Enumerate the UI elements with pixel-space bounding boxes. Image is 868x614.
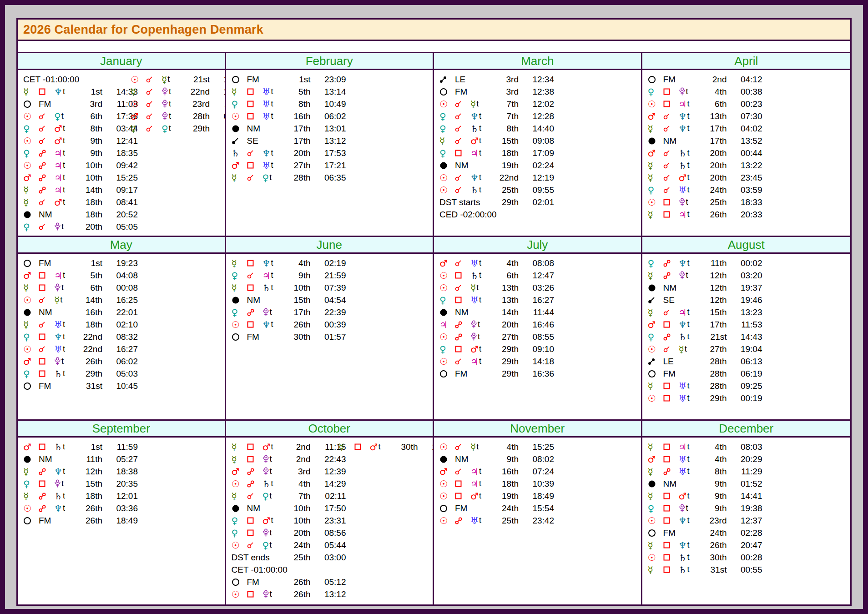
title-bar: 2026 Calendar for Copenhagen Denmark (18, 20, 850, 41)
pluto-icon (262, 308, 269, 317)
mercury-icon: ☿ (648, 541, 653, 550)
event-time: 15:25 (519, 442, 554, 452)
planet1-cell: ♀ (23, 369, 39, 378)
event-time: 12:19 (519, 173, 554, 183)
transit-flag: t (685, 344, 687, 354)
aspect-cell (663, 542, 679, 549)
event-time: 20:29 (727, 454, 762, 464)
aspect-event-row: ☉♀t24th05:44 (232, 539, 433, 551)
event-date: 9th (700, 479, 727, 489)
conj-icon (247, 272, 254, 279)
conj-icon (146, 76, 153, 83)
planet1-cell: ♀ (648, 332, 663, 342)
event-time: 11:29 (210, 99, 226, 109)
event-date: 9th (700, 491, 727, 501)
aspect-cell (663, 309, 679, 316)
conj-icon (455, 260, 462, 267)
moon-event-label: FM (39, 381, 75, 391)
event-date: 6th (700, 99, 727, 109)
transit-flag: t (687, 185, 689, 195)
aspect-event-row: ☉♂t9th12:41 (23, 135, 225, 147)
note-row: DST starts29th02:01 (439, 196, 641, 208)
aspect-cell (663, 517, 679, 524)
transit-flag: t (478, 320, 480, 329)
mercury-icon: ☿ (470, 443, 476, 452)
conj-icon (247, 493, 254, 499)
planet2-cell: ♂t (54, 124, 75, 133)
transit-flag: t (687, 161, 689, 170)
planet2-cell: ♂t (679, 491, 700, 501)
note-label: DST ends (232, 553, 283, 563)
moon-icon-cell (439, 88, 455, 96)
opp-icon (39, 505, 46, 512)
planet1-cell: ☉ (439, 516, 455, 525)
aspect-cell (455, 174, 470, 181)
planet2-cell: ♆t (262, 148, 283, 158)
planet2-cell: ♀t (54, 111, 75, 121)
aspect-event-row: ♂t3rd12:39 (232, 465, 433, 478)
planet2-cell: t (161, 99, 182, 109)
aspect-event-row: ☿♀t28th06:35 (232, 171, 433, 184)
aspect-event-row: ♂♃t16th07:24 (439, 465, 641, 478)
planet1-cell: ☿ (648, 210, 663, 219)
transit-flag: t (63, 332, 65, 342)
event-time: 16:46 (519, 320, 554, 330)
sun-icon: ☉ (439, 100, 448, 109)
event-date: 9th (700, 503, 727, 513)
conj-icon (39, 321, 45, 328)
aspect-event-row: ♂t26th06:02 (23, 355, 225, 367)
square-icon (247, 284, 254, 291)
square-icon (39, 333, 45, 340)
aspect-event-row: ☿t2nd22:43 (232, 453, 433, 465)
jupiter-icon: ♃ (54, 186, 62, 195)
mercury-icon: ☿ (131, 87, 136, 96)
aspect-cell (39, 297, 54, 303)
planet2-cell: ♅t (679, 467, 700, 476)
mars-icon: ♂ (54, 136, 62, 146)
aspect-cell (455, 443, 470, 450)
event-time: 11:44 (519, 307, 554, 317)
event-date: 26th (283, 577, 311, 587)
event-time: 03:00 (311, 553, 346, 563)
venus-icon: ♀ (232, 308, 238, 317)
event-time: 22:39 (311, 307, 346, 317)
transit-flag: t (271, 283, 273, 292)
aspect-cell (663, 211, 679, 218)
event-date: 27th (491, 332, 519, 342)
conj-icon (663, 150, 670, 156)
aspect-event-row: ☉☿t4th15:25 (439, 441, 641, 453)
event-time: 13:12 (311, 589, 346, 599)
venus-icon: ♀ (23, 479, 30, 488)
moon-event-label: NM (663, 136, 700, 146)
square-icon (247, 456, 254, 463)
event-date: 13th (491, 295, 519, 305)
sun-icon: ☉ (232, 112, 240, 121)
month-panel-march: MarchLE3rd12:34FM3rd12:38☉☿t7th12:02♀♆t7… (434, 53, 642, 237)
planet1-cell: ♄ (232, 149, 247, 158)
aspect-cell (39, 88, 54, 95)
square-icon (455, 150, 462, 156)
planet2-cell: ♅t (470, 516, 491, 525)
aspect-event-row: ♀♃t9th18:35 (23, 147, 225, 159)
conj-icon (455, 101, 462, 107)
aspect-cell (247, 174, 262, 181)
transit-flag: t (686, 197, 688, 207)
mercury-icon: ☿ (648, 308, 653, 317)
mars-icon: ♂ (648, 455, 656, 464)
conj-icon (247, 542, 254, 549)
aspect-cell (247, 529, 262, 536)
aspect-cell (39, 346, 54, 352)
aspect-cell (455, 150, 470, 156)
event-date: 29th (491, 197, 519, 207)
transit-flag: t (687, 258, 689, 268)
planet1-cell: ☉ (131, 75, 146, 84)
planet1-cell: ♀ (232, 528, 247, 538)
transit-flag: t (687, 124, 689, 133)
sun-icon: ☉ (648, 198, 656, 207)
aspect-cell (455, 101, 470, 107)
month-panel-august: August♀♆t11th00:02☿t12th03:20NM12th19:37… (642, 237, 851, 421)
planet2-cell: ♂t (370, 442, 391, 452)
event-time: 00:55 (727, 565, 762, 575)
mercury-icon: ☿ (161, 75, 167, 84)
aspect-event-row: ☉♂t19th18:49 (439, 490, 641, 502)
